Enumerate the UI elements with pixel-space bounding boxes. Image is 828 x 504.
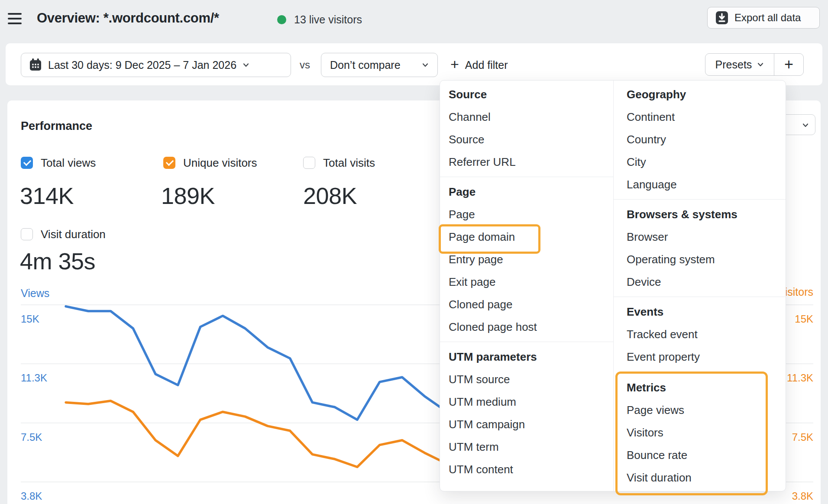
- views-axis-tick-11-3k: 11.3K: [21, 372, 47, 384]
- toggle-total-views[interactable]: Total views: [21, 156, 96, 169]
- toggle-visit-duration[interactable]: Visit duration: [21, 228, 106, 241]
- menu-item-tracked-event[interactable]: Tracked event: [627, 323, 786, 346]
- presets-group: Presets +: [705, 53, 804, 76]
- menu-section-divider: [440, 177, 613, 177]
- menu-item-utm-term[interactable]: UTM term: [449, 436, 613, 458]
- menu-section-source: SourceChannelSourceReferrer URL: [449, 83, 613, 173]
- unique-visitors-value: 189K: [161, 182, 215, 209]
- calendar-icon: [29, 58, 42, 71]
- menu-item-utm-content[interactable]: UTM content: [449, 458, 613, 481]
- toggle-unique-visitors[interactable]: Unique visitors: [163, 156, 257, 169]
- export-all-data-button[interactable]: Export all data: [707, 7, 820, 29]
- menu-item-source[interactable]: Source: [449, 128, 613, 151]
- chevron-down-icon: [757, 61, 764, 68]
- views-axis-tick-7-5k: 7.5K: [21, 431, 42, 443]
- performance-title: Performance: [21, 120, 92, 133]
- chevron-down-icon: [422, 61, 429, 68]
- left-axis-title: Views: [21, 287, 49, 300]
- menu-section-events: EventsTracked eventEvent property: [627, 300, 786, 368]
- menu-item-city[interactable]: City: [627, 151, 786, 173]
- menu-item-exit-page[interactable]: Exit page: [449, 271, 613, 293]
- compare-select-value: Don’t compare: [330, 59, 401, 71]
- chevron-down-icon: [802, 122, 809, 129]
- views-axis-tick-3-8k: 3.8K: [21, 490, 42, 502]
- checkbox-unique-visitors[interactable]: [163, 157, 175, 169]
- total-visits-value: 208K: [303, 182, 357, 209]
- menu-item-country[interactable]: Country: [627, 128, 786, 151]
- menu-item-utm-medium[interactable]: UTM medium: [449, 391, 613, 413]
- menu-item-cloned-page-host[interactable]: Cloned page host: [449, 316, 613, 338]
- menu-item-channel[interactable]: Channel: [449, 106, 613, 128]
- menu-header-source: Source: [449, 83, 613, 106]
- menu-item-utm-source[interactable]: UTM source: [449, 368, 613, 391]
- menu-item-bounce-rate[interactable]: Bounce rate: [627, 444, 766, 466]
- presets-label: Presets: [715, 58, 752, 71]
- menu-item-visit-duration[interactable]: Visit duration: [627, 466, 766, 489]
- menu-item-page-views[interactable]: Page views: [627, 399, 766, 421]
- visit-duration-label: Visit duration: [41, 228, 106, 241]
- menu-section-divider: [440, 342, 613, 342]
- live-visitors-count: 13 live visitors: [294, 13, 362, 26]
- page-title: Overview: *.wordcount.com/*: [37, 10, 219, 26]
- compare-select[interactable]: Don’t compare: [321, 53, 438, 77]
- menu-item-utm-campaign[interactable]: UTM campaign: [449, 413, 613, 436]
- add-filter-button[interactable]: + Add filter: [450, 53, 508, 77]
- live-visitors-dot-icon: [277, 15, 286, 24]
- filter-menu-column-left: SourceChannelSourceReferrer URLPagePageP…: [440, 81, 613, 491]
- unique-visitors-label: Unique visitors: [183, 156, 257, 170]
- total-views-label: Total views: [41, 156, 96, 170]
- menu-header-utm-parameters: UTM parameters: [449, 346, 613, 368]
- total-visits-label: Total visits: [323, 156, 375, 170]
- menu-section-divider: [614, 199, 786, 200]
- menu-item-page-domain[interactable]: Page domain: [449, 226, 613, 248]
- menu-section-divider: [614, 297, 786, 297]
- menu-header-page: Page: [449, 181, 613, 203]
- visitors-axis-tick-3-8k: 3.8K: [766, 490, 813, 502]
- menu-hamburger-icon[interactable]: [8, 13, 22, 25]
- checkbox-visit-duration[interactable]: [21, 228, 33, 240]
- menu-item-event-property[interactable]: Event property: [627, 346, 786, 368]
- add-filter-label: Add filter: [465, 59, 508, 71]
- toggle-total-visits[interactable]: Total visits: [303, 156, 375, 169]
- plus-icon: +: [450, 57, 459, 71]
- add-preset-button[interactable]: +: [774, 54, 803, 75]
- filter-menu-column-right: GeographyContinentCountryCityLanguageBro…: [613, 81, 786, 491]
- menu-section-utm-parameters: UTM parametersUTM sourceUTM mediumUTM ca…: [449, 346, 613, 481]
- views-axis-tick-15k: 15K: [21, 313, 39, 325]
- presets-button[interactable]: Presets: [705, 54, 774, 75]
- menu-header-geography: Geography: [627, 83, 786, 106]
- add-filter-menu: SourceChannelSourceReferrer URLPagePageP…: [440, 80, 786, 491]
- menu-section-browsers-systems: Browsers & systemsBrowserOperating syste…: [627, 203, 786, 293]
- menu-header-events: Events: [627, 300, 786, 323]
- menu-item-page[interactable]: Page: [449, 203, 613, 226]
- menu-section-geography: GeographyContinentCountryCityLanguage: [627, 83, 786, 196]
- menu-item-language[interactable]: Language: [627, 173, 786, 196]
- vs-label: vs: [300, 59, 310, 71]
- menu-item-visitors[interactable]: Visitors: [627, 421, 766, 444]
- menu-header-browsers-systems: Browsers & systems: [627, 203, 786, 226]
- menu-item-browser[interactable]: Browser: [627, 226, 786, 248]
- menu-item-referrer-url[interactable]: Referrer URL: [449, 151, 613, 173]
- chevron-down-icon: [243, 61, 249, 68]
- visit-duration-value: 4m 35s: [20, 248, 95, 275]
- export-all-data-label: Export all data: [734, 12, 801, 24]
- metrics-highlight-box: MetricsPage viewsVisitorsBounce rateVisi…: [615, 372, 768, 495]
- menu-header-metrics: Metrics: [627, 376, 766, 399]
- checkbox-total-views[interactable]: [21, 157, 33, 169]
- total-views-value: 314K: [20, 182, 74, 209]
- menu-item-continent[interactable]: Continent: [627, 106, 786, 128]
- menu-item-operating-system[interactable]: Operating system: [627, 248, 786, 271]
- menu-item-device[interactable]: Device: [627, 271, 786, 293]
- menu-item-entry-page[interactable]: Entry page: [449, 248, 613, 271]
- menu-section-page: PagePagePage domainEntry pageExit pageCl…: [449, 181, 613, 338]
- date-range-picker[interactable]: Last 30 days: 9 Dec 2025 – 7 Jan 2026: [21, 53, 291, 77]
- download-icon: [715, 11, 728, 25]
- menu-item-cloned-page[interactable]: Cloned page: [449, 293, 613, 316]
- checkbox-total-visits[interactable]: [303, 157, 315, 169]
- date-range-label: Last 30 days: 9 Dec 2025 – 7 Jan 2026: [48, 59, 236, 71]
